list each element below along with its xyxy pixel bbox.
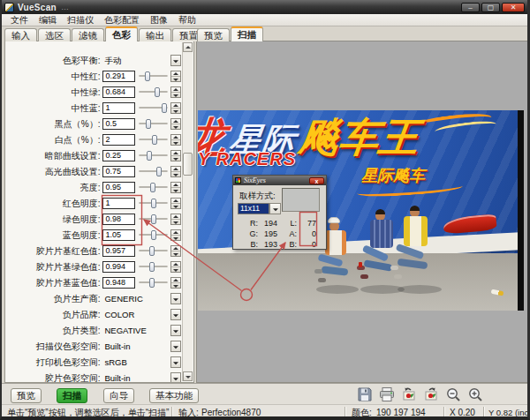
setting-value-input[interactable]: 0.291 — [102, 71, 135, 82]
setting-select-value[interactable]: GENERIC — [104, 294, 142, 304]
setting-value-input[interactable]: 0.98 — [102, 214, 135, 225]
setting-slider[interactable] — [139, 102, 168, 114]
slider-thumb[interactable] — [147, 151, 152, 161]
spin-down-icon[interactable] — [171, 187, 180, 192]
setting-slider[interactable] — [139, 277, 168, 289]
sixeyes-popup[interactable]: SixEyes x 取样方式: 11x11 R:194L:77G:195A:0B… — [232, 175, 327, 250]
setting-spinner[interactable] — [170, 102, 181, 114]
settings-scrollbar[interactable] — [182, 42, 193, 381]
setting-value-input[interactable]: 0.684 — [102, 86, 135, 98]
tab-left_tabs-3[interactable]: 色彩 — [105, 26, 138, 41]
close-icon[interactable]: ✕ — [502, 3, 525, 12]
setting-spinner[interactable] — [170, 277, 181, 289]
maximize-icon[interactable]: ▢ — [481, 3, 500, 12]
menu-item-4[interactable]: 图像 — [145, 14, 173, 26]
sample-size-combo-arrow-icon[interactable] — [269, 203, 281, 214]
action-button-0[interactable]: 预览 — [11, 388, 42, 403]
spin-down-icon[interactable] — [171, 155, 180, 161]
setting-spinner[interactable] — [170, 214, 181, 225]
setting-slider[interactable] — [139, 198, 168, 209]
sample-size-select[interactable]: 11x11 — [238, 203, 269, 214]
spin-down-icon[interactable] — [171, 266, 180, 272]
setting-select-value[interactable]: sRGB — [104, 357, 126, 367]
slider-thumb[interactable] — [162, 103, 167, 113]
setting-value-input[interactable]: 0.25 — [102, 150, 135, 161]
setting-spinner[interactable] — [170, 229, 181, 241]
setting-slider[interactable] — [139, 261, 168, 273]
slider-thumb[interactable] — [151, 214, 156, 224]
setting-slider[interactable] — [139, 214, 168, 225]
action-button-1[interactable]: 扫描 — [57, 388, 87, 403]
setting-slider[interactable] — [139, 71, 168, 82]
spin-down-icon[interactable] — [171, 124, 180, 129]
zoom-in-icon[interactable] — [467, 386, 483, 402]
setting-spinner[interactable] — [170, 134, 181, 146]
tab-left_tabs-0[interactable]: 输入 — [4, 28, 37, 41]
setting-slider[interactable] — [139, 166, 168, 177]
slider-thumb[interactable] — [151, 199, 156, 208]
setting-slider[interactable] — [139, 118, 168, 130]
spin-down-icon[interactable] — [171, 171, 180, 176]
menu-item-2[interactable]: 扫描仪 — [62, 14, 99, 26]
setting-spinner[interactable] — [170, 245, 181, 257]
popup-titlebar[interactable]: SixEyes x — [233, 176, 326, 185]
tab-left_tabs-1[interactable]: 选区 — [38, 28, 71, 41]
setting-value-input[interactable]: 1.05 — [102, 229, 135, 241]
menu-item-1[interactable]: 编辑 — [34, 14, 62, 26]
spin-down-icon[interactable] — [171, 219, 180, 224]
setting-value-input[interactable]: 2 — [102, 134, 135, 146]
setting-spinner[interactable] — [170, 261, 181, 273]
setting-select-value[interactable]: COLOR — [104, 310, 134, 319]
setting-slider[interactable] — [139, 245, 168, 257]
menu-item-5[interactable]: 帮助 — [173, 14, 201, 26]
spin-down-icon[interactable] — [171, 139, 180, 145]
setting-value-input[interactable]: 0.75 — [102, 166, 135, 177]
combo-arrow-icon[interactable] — [170, 372, 181, 382]
tab-right_tabs-1[interactable]: 扫描 — [231, 26, 263, 41]
combo-arrow-icon[interactable] — [170, 325, 181, 336]
tab-left_tabs-4[interactable]: 输出 — [139, 28, 171, 41]
print-icon[interactable] — [379, 386, 395, 402]
setting-spinner[interactable] — [170, 198, 181, 209]
slider-thumb[interactable] — [151, 230, 156, 240]
setting-spinner[interactable] — [170, 86, 181, 98]
spin-down-icon[interactable] — [171, 282, 180, 288]
slider-thumb[interactable] — [155, 87, 160, 97]
spin-down-icon[interactable] — [171, 108, 180, 113]
spin-down-icon[interactable] — [171, 76, 180, 81]
setting-value-input[interactable]: 1 — [102, 198, 135, 209]
setting-select-value[interactable]: Built-in — [104, 373, 130, 382]
spin-down-icon[interactable] — [171, 203, 180, 208]
slider-thumb[interactable] — [149, 246, 155, 256]
setting-select-value[interactable]: NEGATIVE — [104, 326, 146, 335]
setting-spinner[interactable] — [170, 71, 181, 82]
scroll-thumb[interactable] — [183, 153, 193, 176]
setting-select-value[interactable]: 手动 — [104, 56, 121, 67]
popup-close-icon[interactable]: x — [309, 177, 324, 184]
slider-thumb[interactable] — [150, 183, 155, 192]
spin-down-icon[interactable] — [171, 235, 180, 240]
slider-thumb[interactable] — [156, 167, 162, 176]
combo-arrow-icon[interactable] — [170, 293, 181, 304]
setting-slider[interactable] — [139, 150, 168, 161]
setting-select-value[interactable]: Built-in — [104, 341, 130, 351]
combo-arrow-icon[interactable] — [170, 309, 181, 320]
setting-value-input[interactable]: 0.994 — [102, 261, 135, 273]
setting-value-input[interactable]: 0.948 — [102, 277, 135, 289]
tab-right_tabs-0[interactable]: 预览 — [197, 28, 230, 41]
zoom-out-icon[interactable] — [445, 386, 461, 402]
action-button-3[interactable]: 基本功能 — [149, 388, 199, 403]
setting-slider[interactable] — [139, 182, 168, 193]
spin-down-icon[interactable] — [171, 92, 180, 97]
setting-slider[interactable] — [139, 134, 168, 146]
slider-thumb[interactable] — [152, 135, 157, 145]
menu-item-0[interactable]: 文件 — [5, 14, 34, 26]
setting-spinner[interactable] — [170, 166, 181, 177]
setting-value-input[interactable]: 0.95 — [102, 182, 135, 193]
action-button-2[interactable]: 向导 — [103, 388, 134, 403]
minimize-icon[interactable]: – — [461, 3, 480, 12]
slider-thumb[interactable] — [146, 119, 151, 129]
spin-down-icon[interactable] — [171, 251, 180, 256]
setting-spinner[interactable] — [170, 182, 181, 193]
combo-arrow-icon[interactable] — [170, 341, 181, 352]
